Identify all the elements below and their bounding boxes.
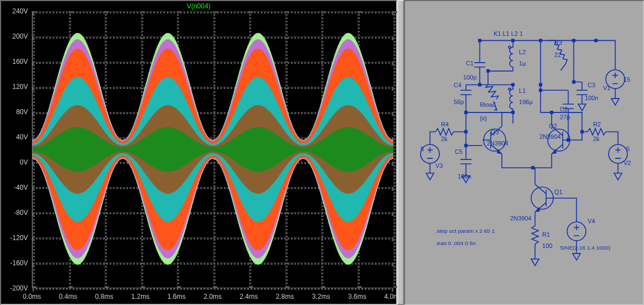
value-q2: 2N3904 <box>539 133 561 140</box>
resistor-r2[interactable] <box>587 129 606 135</box>
node <box>539 88 542 92</box>
value-v3: 5 <box>421 146 424 152</box>
plot-title[interactable]: V(n004) <box>1 1 396 11</box>
value-q3: 2N3904 <box>487 140 508 147</box>
label-rload: Rload <box>480 101 495 108</box>
value-c4: 56p <box>454 98 464 105</box>
x-tick: 2.4ms <box>239 293 258 301</box>
y-tick: -40V <box>14 184 28 191</box>
label-c2: C2 <box>560 106 568 112</box>
label-r2: R2 <box>593 121 601 128</box>
x-tick: 0.4ms <box>59 293 77 301</box>
label-r1: R1 <box>542 231 550 238</box>
wire <box>488 71 513 85</box>
value-r3: 22 <box>554 51 561 58</box>
schematic-panel[interactable]: R3 22 K1 L1 L2 1 L2 1µ C1 100p C4 56p L1… <box>404 0 644 305</box>
wire <box>596 40 615 69</box>
y-tick: -200V <box>10 284 28 292</box>
value-l1: 196µ <box>519 98 533 105</box>
inductor-l1[interactable] <box>509 85 513 112</box>
x-tick: 3.2ms <box>312 293 330 301</box>
y-tick: -80V <box>14 209 28 217</box>
value-r4: 2k <box>441 135 448 142</box>
schematic-svg[interactable]: R3 22 K1 L1 L2 1 L2 1µ C1 100p C4 56p L1… <box>405 1 643 304</box>
x-tick: 2.0ms <box>204 293 222 301</box>
label-r3: R3 <box>554 39 562 46</box>
x-tick: 3.6ms <box>348 293 366 301</box>
node <box>572 81 575 84</box>
y-tick: 80V <box>16 108 28 116</box>
resistor-r1[interactable] <box>532 226 538 244</box>
y-tick: 200V <box>12 32 28 40</box>
wire <box>454 132 466 146</box>
x-tick: 0.0ms <box>23 293 41 301</box>
label-c4: C4 <box>454 82 462 88</box>
svg-point-0 <box>509 46 511 48</box>
ground-icon <box>531 259 539 266</box>
label-r4: R4 <box>441 121 449 128</box>
value-c2: 27p <box>560 114 570 120</box>
wire <box>571 132 588 140</box>
node <box>511 83 515 86</box>
x-axis[interactable]: 0.0ms0.4ms0.8ms1.2ms1.6ms2.0ms2.4ms2.8ms… <box>32 289 393 303</box>
label-c5: C5 <box>455 148 463 155</box>
label-c1: C1 <box>466 60 474 67</box>
wire <box>430 132 435 144</box>
value-v2: 5 <box>626 146 629 152</box>
label-l2: L2 <box>519 49 526 55</box>
y-axis[interactable]: 240V200V160V120V80V40V0V-40V-80V-120V-16… <box>1 11 30 288</box>
wire <box>554 198 577 222</box>
ground-icon <box>578 104 586 111</box>
node <box>567 138 570 142</box>
svg-point-1 <box>509 88 511 90</box>
ground-icon <box>612 98 619 105</box>
resistor-r4[interactable] <box>435 129 454 135</box>
plot-area[interactable] <box>32 11 393 288</box>
wire <box>574 40 582 82</box>
inductor-l2[interactable] <box>509 40 513 71</box>
y-tick: 240V <box>12 7 28 15</box>
label-l1: L1 <box>519 87 526 94</box>
panel-divider[interactable] <box>397 0 404 305</box>
y-tick: 120V <box>12 83 28 91</box>
value-c1: 100p <box>463 74 477 81</box>
spice-step-directive[interactable]: .step oct param x 2 65 1 <box>435 228 495 234</box>
value-l2: 1µ <box>519 60 526 67</box>
label-k1: K1 L1 L2 1 <box>493 30 523 37</box>
waveform-trace <box>32 128 393 172</box>
value-rload: {x} <box>480 115 487 121</box>
x-tick: 0.8ms <box>95 293 114 301</box>
x-tick: 1.6ms <box>167 293 186 301</box>
label-q1: Q1 <box>554 189 563 195</box>
label-c3: C3 <box>587 82 595 88</box>
value-c3: 100n <box>585 95 598 101</box>
y-tick: 160V <box>12 58 28 65</box>
waveform-traces <box>32 11 393 288</box>
ground-icon <box>426 173 434 180</box>
y-tick: 0V <box>20 158 28 166</box>
waveform-plot-panel[interactable]: V(n004) 240V200V160V120V80V40V0V-40V-80V… <box>0 0 397 305</box>
ground-icon <box>614 173 622 180</box>
label-v2: V2 <box>623 159 631 166</box>
wire <box>502 112 513 126</box>
value-r2: 2k <box>593 135 600 142</box>
value-q1: 2N3904 <box>510 215 532 222</box>
node <box>531 166 534 170</box>
y-tick: -160V <box>10 259 28 267</box>
label-q3: Q3 <box>491 129 499 135</box>
value-v1: 15 <box>623 76 630 83</box>
label-v3: V3 <box>435 162 443 169</box>
spice-tran-directive[interactable]: .tran 0 .004 0 5n <box>435 240 476 246</box>
x-tick: 1.2ms <box>131 293 149 301</box>
value-v4: SINE(2.16 1.4 1000) <box>560 245 610 251</box>
wire <box>606 132 618 144</box>
label-v1: V1 <box>603 85 610 91</box>
label-q2: Q2 <box>549 123 557 129</box>
ground-icon <box>572 254 580 260</box>
value-r1: 100 <box>542 242 552 249</box>
y-tick: 40V <box>16 133 28 141</box>
voltage-source-v4[interactable] <box>567 222 586 241</box>
transistor-q1[interactable] <box>531 184 554 212</box>
wire <box>502 154 552 168</box>
x-tick: 2.8ms <box>276 293 294 301</box>
